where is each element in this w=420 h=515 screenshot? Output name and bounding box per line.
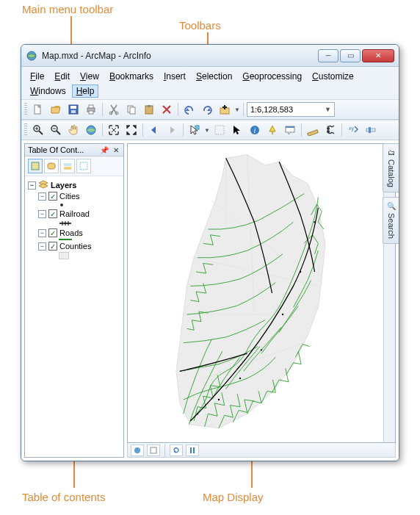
side-tab-search[interactable]: 🔍 Search — [383, 197, 399, 244]
zoom-in-button[interactable] — [30, 122, 46, 138]
full-extent-button[interactable] — [83, 122, 99, 138]
menubar: File Edit View Bookmarks Insert Selectio… — [21, 67, 399, 99]
checkbox[interactable]: ✓ — [48, 228, 57, 237]
close-button[interactable]: ✕ — [362, 49, 394, 62]
tree-layer-railroad[interactable]: − ✓ Railroad — [28, 209, 120, 219]
print-button[interactable] — [83, 101, 99, 118]
svg-rect-16 — [222, 107, 227, 108]
svg-rect-58 — [190, 447, 192, 453]
select-features-button[interactable] — [187, 122, 203, 138]
undo-button[interactable] — [181, 101, 198, 118]
menu-bookmarks[interactable]: Bookmarks — [105, 70, 158, 83]
svg-line-18 — [39, 131, 43, 134]
toc-title: Table Of Cont... — [28, 145, 84, 154]
hyperlink-button[interactable] — [264, 122, 280, 138]
checkbox[interactable]: ✓ — [48, 192, 57, 201]
menu-view[interactable]: View — [76, 70, 104, 83]
tree-symbol-cities[interactable] — [28, 201, 120, 209]
svg-rect-39 — [33, 164, 37, 168]
layers-icon — [38, 180, 48, 190]
tree-layer-roads[interactable]: − ✓ Roads — [28, 228, 120, 238]
menu-insert[interactable]: Insert — [159, 70, 190, 83]
svg-point-52 — [261, 349, 262, 350]
open-button[interactable] — [48, 101, 64, 118]
collapse-icon[interactable]: − — [38, 229, 46, 237]
scale-selector[interactable]: 1:6,128,583 ▼ — [247, 102, 335, 117]
side-tab-catalog[interactable]: 🗂 Catalog — [383, 143, 399, 192]
separator — [301, 123, 302, 137]
add-data-button[interactable] — [217, 101, 233, 118]
pin-icon[interactable]: 📌 — [100, 145, 109, 154]
save-button[interactable] — [65, 101, 82, 118]
close-icon[interactable]: ✕ — [112, 145, 120, 154]
clear-selection-button[interactable] — [211, 122, 228, 138]
svg-rect-42 — [64, 163, 71, 166]
back-extent-button[interactable] — [146, 122, 162, 138]
toc-header[interactable]: Table Of Cont... 📌 ✕ — [25, 144, 123, 156]
app-window: Map.mxd - ArcMap - ArcInfo ─ ▭ ✕ File Ed… — [21, 44, 399, 461]
pause-button[interactable] — [186, 444, 199, 456]
forward-extent-button[interactable] — [164, 122, 180, 138]
goto-xy-button[interactable]: xy — [345, 122, 361, 138]
titlebar[interactable]: Map.mxd - ArcMap - ArcInfo ─ ▭ ✕ — [21, 45, 399, 67]
paste-button[interactable] — [141, 101, 157, 118]
checkbox[interactable]: ✓ — [48, 209, 57, 218]
map-display[interactable] — [127, 143, 396, 443]
separator — [102, 123, 103, 137]
select-elements-button[interactable] — [229, 122, 245, 138]
collapse-icon[interactable]: − — [38, 242, 46, 251]
maximize-button[interactable]: ▭ — [340, 49, 361, 62]
identify-button[interactable]: i — [247, 122, 263, 138]
measure-button[interactable] — [305, 122, 321, 138]
search-icon: 🔍 — [387, 202, 396, 210]
zoom-out-button[interactable] — [48, 122, 64, 138]
fixed-zoom-out-button[interactable] — [123, 122, 140, 138]
menu-windows[interactable]: Windows — [26, 84, 70, 98]
html-popup-button[interactable] — [282, 122, 298, 138]
layout-view-button[interactable] — [147, 444, 160, 456]
tree-layer-counties[interactable]: − ✓ Counties — [28, 241, 120, 251]
toc-tab-visibility[interactable] — [60, 159, 75, 173]
find-button[interactable] — [322, 122, 338, 138]
toc-tab-selection[interactable] — [76, 159, 91, 173]
delete-button[interactable] — [159, 101, 175, 118]
svg-point-55 — [314, 221, 315, 223]
copy-button[interactable] — [123, 101, 140, 118]
redo-button[interactable] — [199, 101, 215, 118]
menu-customize[interactable]: Customize — [308, 70, 358, 83]
menu-edit[interactable]: Edit — [50, 70, 74, 83]
fixed-zoom-in-button[interactable] — [106, 122, 122, 138]
toc-tab-source[interactable] — [44, 159, 59, 173]
time-slider-button[interactable] — [363, 122, 379, 138]
body-area: Table Of Cont... 📌 ✕ − Layers − — [21, 140, 399, 461]
tree-layer-cities[interactable]: − ✓ Cities — [28, 191, 120, 201]
menu-file[interactable]: File — [26, 70, 48, 83]
tree-symbol-counties[interactable] — [28, 251, 120, 260]
svg-line-22 — [57, 131, 60, 134]
toc-tree: − Layers − ✓ Cities − ✓ Railroad — [25, 176, 123, 457]
new-button[interactable] — [30, 101, 46, 118]
toolbar-grip[interactable] — [24, 103, 27, 116]
svg-point-49 — [197, 413, 198, 414]
refresh-button[interactable] — [170, 444, 183, 456]
toc-tab-drawing-order[interactable] — [28, 159, 43, 173]
menu-selection[interactable]: Selection — [192, 70, 236, 83]
layer-name: Cities — [59, 192, 80, 201]
separator — [142, 123, 143, 137]
tree-symbol-railroad[interactable] — [28, 219, 120, 228]
menu-geoprocessing[interactable]: Geoprocessing — [238, 70, 306, 83]
minimize-button[interactable]: ─ — [318, 49, 338, 62]
checkbox[interactable]: ✓ — [48, 242, 57, 251]
menu-help[interactable]: Help — [72, 84, 99, 98]
svg-rect-7 — [89, 111, 93, 114]
cut-button[interactable] — [106, 101, 122, 118]
separator — [243, 103, 244, 116]
tree-root-layers[interactable]: − Layers — [28, 179, 120, 191]
collapse-icon[interactable]: − — [38, 210, 46, 218]
data-view-button[interactable] — [131, 444, 144, 456]
toolbar-grip[interactable] — [24, 123, 27, 137]
collapse-icon[interactable]: − — [38, 192, 46, 201]
collapse-icon[interactable]: − — [28, 181, 36, 190]
pan-button[interactable] — [65, 122, 82, 138]
separator — [164, 444, 165, 457]
